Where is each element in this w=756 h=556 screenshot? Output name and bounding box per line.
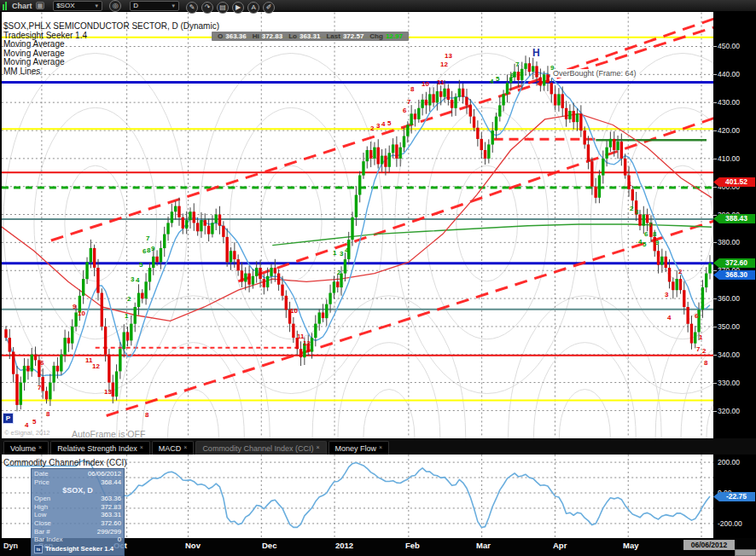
play-icon[interactable]: ▶ bbox=[232, 2, 244, 14]
ohlc-value: 12.97 bbox=[386, 32, 403, 40]
tab-macd[interactable]: MACD× bbox=[152, 441, 195, 455]
study-label: MM Lines bbox=[3, 67, 219, 77]
ohlc-label: Last bbox=[326, 32, 340, 40]
count-annotation: 5 bbox=[387, 119, 391, 127]
pivot-marker: P bbox=[3, 413, 14, 424]
count-annotation: 12 bbox=[92, 362, 100, 370]
count-annotation: 1 bbox=[628, 180, 631, 188]
price-tick-label: 450.00 bbox=[718, 42, 740, 50]
count-annotation: 8 bbox=[653, 230, 656, 238]
symbol-title: $SOX,PHLX SEMICONDUCTOR SECTOR, D (Dynam… bbox=[3, 22, 219, 32]
count-annotation: 6 bbox=[644, 230, 648, 238]
tab-relative-strength-index[interactable]: Relative Strength Index× bbox=[50, 441, 150, 455]
axis-tick bbox=[713, 159, 717, 159]
tooltip-row: Close372.60 bbox=[32, 519, 124, 528]
axis-tick bbox=[713, 130, 717, 131]
axis-tick bbox=[713, 270, 717, 271]
count-annotation: 5 bbox=[139, 261, 142, 269]
data-window-tooltip: Date06/06/2012Price368.44$SOX, DOpen363.… bbox=[31, 468, 125, 556]
ohlc-bar: O363.36Hi372.83Lo363.31Last372.57Chg12.9… bbox=[212, 32, 409, 41]
price-tick-label: 360.00 bbox=[718, 294, 740, 303]
count-annotation: 11 bbox=[437, 78, 444, 86]
month-label: Nov bbox=[185, 541, 201, 550]
count-annotation: 3 bbox=[131, 275, 134, 283]
axis-tick bbox=[713, 187, 717, 188]
close-icon[interactable]: × bbox=[38, 444, 42, 450]
price-tick-label: 420.00 bbox=[718, 126, 740, 135]
chevron-down-icon: ▼ bbox=[94, 3, 99, 9]
quote-board-icon[interactable]: ▤ bbox=[217, 2, 229, 14]
ohlc-label: Chg bbox=[369, 32, 383, 40]
count-annotation: 5 bbox=[643, 240, 646, 248]
interval-value: D bbox=[133, 2, 138, 9]
count-annotation: 8 bbox=[410, 85, 414, 93]
price-alert-badge: 368.30 bbox=[713, 270, 755, 280]
ohlc-value: 372.57 bbox=[343, 32, 363, 40]
price-tick-label: 330.00 bbox=[718, 379, 740, 387]
count-annotation: 7 bbox=[515, 61, 519, 68]
tooltip-row: Bar Index0 bbox=[32, 536, 124, 544]
count-annotation: 12 bbox=[303, 339, 311, 347]
count-annotation: 6 bbox=[40, 359, 44, 367]
symbol-select[interactable]: $SOX ▼ bbox=[53, 1, 102, 11]
count-annotation: 3 bbox=[635, 208, 638, 216]
cci-panel-title: Commodity Channel Index (CCI) bbox=[3, 458, 127, 467]
close-icon[interactable]: × bbox=[379, 444, 382, 450]
axis-tick bbox=[713, 327, 717, 327]
count-annotation: 5 bbox=[32, 418, 36, 426]
count-annotation: 8 bbox=[145, 411, 148, 419]
month-label: Feb bbox=[405, 541, 420, 550]
interval-select[interactable]: D ▼ bbox=[130, 1, 179, 11]
tab-commodity-channel-index-cci-[interactable]: Commodity Channel Index (CCI)× bbox=[195, 441, 326, 455]
count-annotation: 2 bbox=[337, 269, 340, 276]
close-icon[interactable]: × bbox=[316, 444, 319, 450]
tab-money-flow[interactable]: Money Flow× bbox=[329, 441, 390, 455]
replay-icon[interactable]: ↷ bbox=[201, 2, 213, 14]
chevron-down-icon: ▼ bbox=[171, 3, 176, 9]
count-annotation: 1 bbox=[699, 333, 702, 341]
count-annotation: 8 bbox=[704, 359, 707, 367]
draw-pencil-icon[interactable]: ✎ bbox=[186, 2, 198, 14]
price-tick-label: 430.00 bbox=[718, 98, 740, 107]
window-title: Chart bbox=[12, 2, 32, 10]
price-tick-label: 340.00 bbox=[718, 350, 740, 359]
count-annotation: 3 bbox=[376, 122, 380, 130]
count-annotation: 9 bbox=[151, 245, 154, 252]
overbought-label: OverBought (Frame: 64) bbox=[550, 69, 639, 78]
axis-tick bbox=[713, 215, 717, 216]
tooltip-row: Date06/06/2012 bbox=[32, 470, 124, 478]
ohlc-value: 372.83 bbox=[262, 32, 282, 40]
axis-tick bbox=[713, 102, 717, 103]
tooltip-footer: tsTradesight Seeker 1.4 bbox=[32, 544, 124, 554]
count-annotation: 4 bbox=[136, 276, 139, 284]
close-icon[interactable]: × bbox=[140, 444, 143, 450]
resize-grip[interactable] bbox=[735, 549, 756, 556]
eraser-icon[interactable]: ✐ bbox=[263, 2, 275, 14]
axis-tick bbox=[713, 411, 717, 412]
ohlc-label: O bbox=[218, 32, 223, 40]
axis-tick bbox=[713, 355, 717, 356]
count-annotation: 9 bbox=[73, 303, 76, 310]
copyright-watermark: © eSignal, 2012 bbox=[4, 429, 49, 437]
count-annotation: 8 bbox=[46, 410, 49, 418]
close-icon[interactable]: × bbox=[183, 444, 187, 450]
cci-tick-label: -200.00 bbox=[718, 519, 742, 528]
toolbar-buttons: ✎↷▤▶A✐ bbox=[183, 0, 275, 14]
axis-tick bbox=[713, 383, 717, 384]
count-annotation: 3 bbox=[665, 291, 668, 298]
price-alert-badge: 401.52 bbox=[713, 177, 755, 187]
count-annotation: 7 bbox=[407, 98, 410, 106]
month-label: May bbox=[623, 541, 638, 550]
count-annotation: 6 bbox=[403, 107, 406, 114]
ohlc-value: 363.36 bbox=[225, 32, 246, 40]
auto-icon[interactable]: A bbox=[247, 2, 259, 14]
tab-volume[interactable]: Volume× bbox=[3, 441, 49, 455]
tooltip-watermark: $SOX, D bbox=[32, 486, 124, 495]
symbol-lookup-icon[interactable]: ◎ bbox=[109, 0, 121, 12]
month-label: Dec bbox=[262, 541, 276, 550]
count-annotation: 13 bbox=[104, 388, 112, 396]
tooltip-row: Bar #299/299 bbox=[32, 528, 124, 536]
count-annotation: 9 bbox=[655, 239, 659, 246]
count-annotation: 4 bbox=[345, 246, 348, 254]
ohlc-label: Lo bbox=[288, 32, 297, 40]
